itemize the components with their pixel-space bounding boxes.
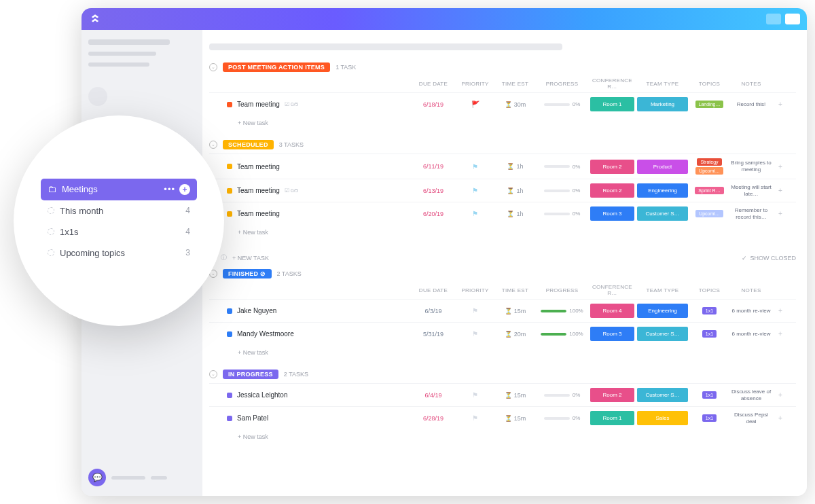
- time-estimate[interactable]: ⏳20m: [496, 331, 534, 338]
- conference-room-tag[interactable]: Room 4: [590, 304, 634, 318]
- progress: 100%: [537, 308, 587, 314]
- due-date[interactable]: 5/31/19: [413, 331, 454, 338]
- add-column-button[interactable]: +: [774, 187, 786, 194]
- more-icon[interactable]: •••: [164, 184, 175, 194]
- due-date[interactable]: 6/4/19: [413, 392, 454, 399]
- folder-list-item[interactable]: This month4: [41, 200, 197, 221]
- collapse-icon[interactable]: ⌄: [209, 141, 217, 149]
- status-label[interactable]: IN PROGRESS: [223, 370, 278, 379]
- team-type-tag[interactable]: Product: [637, 160, 688, 174]
- status-label[interactable]: POST MEETING ACTION ITEMS: [223, 62, 330, 72]
- task-row[interactable]: Mandy Westmoore5/31/19⚑⏳20m100%Room 3Cus…: [209, 322, 796, 345]
- show-closed-button[interactable]: ✓SHOW CLOSED: [742, 255, 796, 262]
- notes-cell[interactable]: Discuss leave of absence: [731, 389, 772, 401]
- conference-room-tag[interactable]: Room 1: [590, 97, 634, 111]
- priority-flag-icon[interactable]: 🚩: [456, 101, 494, 108]
- task-group: ⌄POST MEETING ACTION ITEMS1 TASKDUE DATE…: [209, 62, 796, 128]
- priority-flag-icon[interactable]: ⚑: [456, 391, 494, 399]
- add-column-button[interactable]: +: [774, 163, 786, 170]
- topic-chip[interactable]: 1x1: [702, 330, 717, 338]
- folder-meetings[interactable]: 🗀 Meetings ••• +: [41, 179, 197, 200]
- priority-flag-icon[interactable]: ⚑: [456, 187, 494, 194]
- due-date[interactable]: 6/18/19: [413, 101, 454, 108]
- add-column-button[interactable]: +: [774, 391, 786, 399]
- task-row[interactable]: Team meeting6/11/19⚑⏳1h0%Room 2ProductSt…: [209, 154, 796, 179]
- task-row[interactable]: Jake Nguyen6/3/19⚑⏳15m100%Room 4Engineer…: [209, 299, 796, 322]
- add-column-button[interactable]: +: [774, 101, 786, 108]
- new-task-button[interactable]: + New task: [209, 429, 796, 442]
- time-estimate[interactable]: ⏳1h: [496, 211, 534, 217]
- priority-flag-icon[interactable]: ⚑: [456, 307, 494, 314]
- window-max-button[interactable]: [785, 14, 800, 24]
- priority-flag-icon[interactable]: ⚑: [456, 163, 494, 170]
- time-estimate[interactable]: ⏳15m: [496, 308, 534, 314]
- conference-room-tag[interactable]: Room 2: [590, 388, 634, 402]
- add-column-button[interactable]: +: [774, 330, 786, 338]
- team-type-tag[interactable]: Sales: [637, 411, 688, 425]
- new-task-button[interactable]: + NEW TASK: [232, 255, 269, 262]
- due-date[interactable]: 6/20/19: [413, 211, 454, 217]
- notes-cell[interactable]: Discuss Pepsi deal: [731, 412, 772, 425]
- topic-chip[interactable]: Landing…: [695, 101, 724, 108]
- topic-chip[interactable]: 1x1: [702, 391, 717, 399]
- status-label[interactable]: SCHEDULED: [223, 140, 274, 149]
- due-date[interactable]: 6/11/19: [413, 163, 454, 170]
- topic-chip[interactable]: Strategy: [697, 158, 721, 166]
- topics-cell: 1x1: [691, 391, 728, 399]
- priority-flag-icon[interactable]: ⚑: [456, 330, 494, 338]
- notes-cell[interactable]: Record this!: [731, 101, 772, 108]
- conference-room-tag[interactable]: Room 2: [590, 183, 634, 198]
- due-date[interactable]: 6/28/19: [413, 415, 454, 422]
- notes-cell[interactable]: Bring samples to meeting: [731, 160, 772, 173]
- topic-chip[interactable]: 1x1: [702, 414, 717, 422]
- new-task-button[interactable]: + New task: [209, 225, 796, 237]
- collapse-icon[interactable]: ⌄: [209, 370, 217, 378]
- task-row[interactable]: Team meeting☑ 0/56/13/19⚑⏳1h0%Room 2Engi…: [209, 179, 796, 202]
- add-column-button[interactable]: +: [774, 210, 786, 217]
- time-estimate[interactable]: ⏳1h: [496, 163, 534, 170]
- new-task-button[interactable]: + New task: [209, 345, 796, 357]
- due-date[interactable]: 6/3/19: [413, 308, 454, 314]
- task-row[interactable]: Jessica Leighton6/4/19⚑⏳15m0%Room 2Custo…: [209, 383, 796, 406]
- folder-list-item[interactable]: 1x1s4: [41, 221, 197, 242]
- conference-room-tag[interactable]: Room 1: [590, 411, 634, 425]
- info-icon[interactable]: ⓘ: [221, 253, 227, 262]
- window-min-button[interactable]: [766, 14, 781, 24]
- task-row[interactable]: Team meeting6/20/19⚑⏳1h0%Room 3Customer …: [209, 202, 796, 225]
- priority-flag-icon[interactable]: ⚑: [456, 414, 494, 422]
- time-estimate[interactable]: ⏳1h: [496, 187, 534, 194]
- status-label[interactable]: FINISHED ⊘: [223, 269, 272, 278]
- add-column-button[interactable]: +: [774, 307, 786, 314]
- notes-cell[interactable]: Meeting will start late…: [731, 184, 772, 197]
- new-task-button[interactable]: + New task: [209, 115, 796, 128]
- notes-cell[interactable]: 6 month re-view: [731, 308, 772, 314]
- notes-cell[interactable]: Remember to record this…: [731, 207, 772, 220]
- conference-room-tag[interactable]: Room 3: [590, 206, 634, 221]
- team-type-tag[interactable]: Engineering: [637, 183, 688, 198]
- time-estimate[interactable]: ⏳15m: [496, 392, 534, 399]
- notes-cell[interactable]: 6 month re-view: [731, 331, 772, 338]
- conference-room-tag[interactable]: Room 2: [590, 160, 634, 174]
- chat-icon[interactable]: 💬: [88, 469, 106, 486]
- task-row[interactable]: Team meeting☑ 0/56/18/19🚩⏳30m0%Room 1Mar…: [209, 92, 796, 115]
- time-estimate[interactable]: ⏳15m: [496, 415, 534, 422]
- add-column-button[interactable]: +: [774, 414, 786, 422]
- topic-chip[interactable]: Upcomi…: [695, 167, 723, 175]
- add-list-button[interactable]: +: [179, 184, 190, 195]
- team-type-tag[interactable]: Engineering: [637, 304, 688, 318]
- due-date[interactable]: 6/13/19: [413, 187, 454, 194]
- team-type-tag[interactable]: Customer S…: [637, 388, 688, 402]
- topic-chip[interactable]: 1x1: [702, 307, 717, 314]
- team-type-tag[interactable]: Customer S…: [637, 327, 688, 341]
- conference-room-tag[interactable]: Room 3: [590, 327, 634, 341]
- time-estimate[interactable]: ⏳30m: [496, 101, 534, 108]
- priority-flag-icon[interactable]: ⚑: [456, 210, 494, 217]
- folder-list-item[interactable]: Upcoming topics3: [41, 242, 197, 264]
- hourglass-icon: ⏳: [505, 308, 512, 314]
- team-type-tag[interactable]: Marketing: [637, 97, 688, 111]
- collapse-icon[interactable]: ⌄: [209, 63, 217, 71]
- topic-chip[interactable]: Sprint R…: [695, 187, 723, 194]
- team-type-tag[interactable]: Customer S…: [637, 206, 688, 221]
- topic-chip[interactable]: Upcomi…: [695, 210, 723, 217]
- task-row[interactable]: Sam Patel6/28/19⚑⏳15m0%Room 1Sales1x1Dis…: [209, 406, 796, 429]
